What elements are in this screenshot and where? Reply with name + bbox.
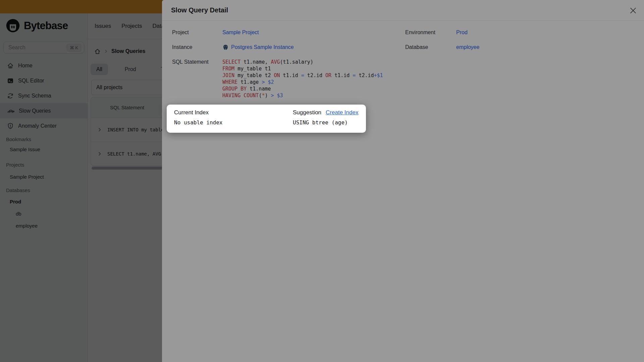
suggestion-value: USING btree (age) [293,119,348,126]
current-index-value: No usable index [174,119,223,126]
popover-backdrop [0,0,644,362]
index-suggestion-card: Current Index SuggestionCreate Index No … [167,105,366,133]
suggestion-label: SuggestionCreate Index [293,109,358,116]
suggestion-label-text: Suggestion [293,109,321,116]
app-screen: Bytebase Search ⌘ K Home [0,0,644,362]
create-index-link[interactable]: Create Index [326,109,358,116]
current-index-label: Current Index [174,109,209,116]
